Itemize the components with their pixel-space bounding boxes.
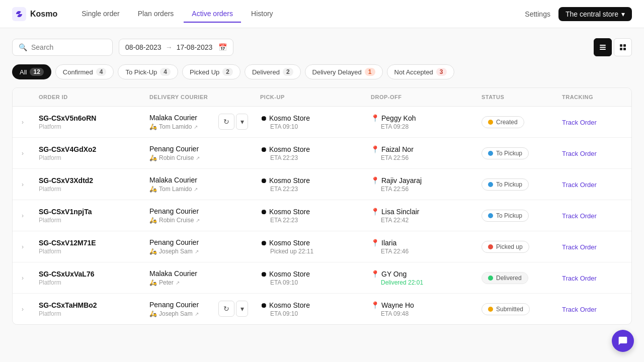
date-to: 17-08-2023 [177,43,213,51]
status-dot-2 [488,182,493,187]
date-range-picker[interactable]: 08-08-2023 → 17-08-2023 📅 [119,39,233,56]
cell-courier-4: Penang Courier 🛵 Joseph Sam ↗ [143,238,254,255]
cell-pickup-0: ⏺ Kosmo Store ETA 09:10 [254,114,365,130]
row-expand-6[interactable]: › [13,306,33,313]
track-order-6[interactable]: Track Order [562,306,597,313]
cell-pickup-4: ⏺ Kosmo Store Picked up 22:11 [254,239,365,255]
th-pickup: PICK-UP [254,94,365,100]
cell-order-id-0: SG-CSxV5n6oRN Platform [33,114,143,130]
courier-icon-2: 🛵 [149,186,157,193]
pickup-icon-1: ⏺ [260,145,267,153]
dropdown-btn-0[interactable]: ▾ [236,114,248,130]
ext-link-0[interactable]: ↗ [194,124,198,130]
cell-courier-1: Penang Courier 🛵 Robin Cruise ↗ [143,145,254,161]
svg-rect-7 [623,48,626,50]
track-order-0[interactable]: Track Order [562,119,597,126]
main-content: 🔍 08-08-2023 → 17-08-2023 📅 [0,28,644,335]
table-row: › SG-CSxV4GdXo2 Platform Penang Courier … [13,138,631,169]
row-expand-2[interactable]: › [13,181,33,188]
nav-active-orders[interactable]: Active orders [184,6,241,23]
cell-courier-6: Penang Courier 🛵 Joseph Sam ↗ ↻ ▾ [143,301,254,317]
track-order-4[interactable]: Track Order [562,243,597,251]
cell-tracking-1: Track Order [556,149,621,157]
row-expand-3[interactable]: › [13,212,33,219]
settings-link[interactable]: Settings [525,10,550,18]
cell-order-id-4: SG-CSxV12M71E Platform [33,239,143,255]
ext-link-4[interactable]: ↗ [195,249,199,254]
cell-dropoff-5: 📍 GY Ong Delivered 22:01 [365,270,475,286]
row-expand-4[interactable]: › [13,243,33,250]
search-box[interactable]: 🔍 [12,39,113,56]
pickup-icon-4: ⏺ [260,239,267,247]
ext-link-6[interactable]: ↗ [195,311,199,317]
grid-view-button[interactable] [614,38,632,56]
nav-plan-orders[interactable]: Plan orders [130,6,182,23]
navbar: Kosmo Single order Plan orders Active or… [0,0,644,28]
table-header: ORDER ID DELIVERY COURIER PICK-UP DROP-O… [13,88,631,107]
refresh-btn-0[interactable]: ↻ [218,114,234,130]
grid-icon [619,43,627,51]
dropdown-btn-6[interactable]: ▾ [236,301,248,317]
logo[interactable]: Kosmo [12,7,57,21]
table-row: › SG-CSxV3Xdtd2 Platform Malaka Courier … [13,169,631,200]
tab-delivery-delayed[interactable]: Delivery Delayed 1 [305,64,383,79]
ext-link-3[interactable]: ↗ [196,218,200,223]
cell-status-1: To Pickup [475,147,556,159]
nav-single-order[interactable]: Single order [73,6,128,23]
ext-link-2[interactable]: ↗ [194,187,198,192]
refresh-btn-6[interactable]: ↻ [218,301,234,317]
navbar-right: Settings The central store ▾ [525,7,632,21]
cell-dropoff-3: 📍 Lisa Sinclair ETA 22:42 [365,208,475,224]
tab-delivered-label: Delivered [252,68,280,76]
courier-icon-0: 🛵 [149,123,157,130]
cell-tracking-4: Track Order [556,243,621,251]
ext-link-1[interactable]: ↗ [196,155,200,161]
dropoff-icon-3: 📍 [371,208,379,216]
tab-to-pickup-count: 4 [160,68,171,76]
cell-pickup-3: ⏺ Kosmo Store ETA 22:23 [254,208,365,224]
tab-confirmed-label: Confirmed [63,68,93,76]
tab-all[interactable]: All 12 [12,64,51,79]
store-selector[interactable]: The central store ▾ [558,7,632,21]
cell-dropoff-2: 📍 Rajiv Jayaraj ETA 22:56 [365,176,475,193]
tab-not-accepted-label: Not Accepted [394,68,433,76]
track-order-1[interactable]: Track Order [562,150,597,157]
cell-dropoff-0: 📍 Peggy Koh ETA 09:28 [365,114,475,130]
track-order-5[interactable]: Track Order [562,275,597,282]
track-order-3[interactable]: Track Order [562,212,597,220]
cell-status-2: To Pickup [475,178,556,191]
cell-order-id-2: SG-CSxV3Xdtd2 Platform [33,176,143,193]
status-badge-2: To Pickup [481,178,529,191]
tab-all-label: All [20,68,27,76]
tab-delayed-count: 1 [365,68,375,76]
nav-history[interactable]: History [243,6,281,23]
courier-icon-4: 🛵 [149,248,157,255]
track-order-2[interactable]: Track Order [562,181,597,189]
search-input[interactable] [31,43,97,51]
tab-all-count: 12 [30,68,43,76]
row-expand-1[interactable]: › [13,150,33,157]
tab-not-accepted[interactable]: Not Accepted 3 [387,64,454,79]
chevron-down-icon: ▾ [621,10,625,18]
status-dot-6 [488,307,493,312]
th-tracking: TRACKING [556,94,621,100]
row-expand-5[interactable]: › [13,275,33,282]
cell-courier-2: Malaka Courier 🛵 Tom Lamido ↗ [143,176,254,193]
cell-tracking-0: Track Order [556,118,621,126]
row-expand-0[interactable]: › [13,119,33,126]
cell-tracking-3: Track Order [556,212,621,220]
tab-delivered[interactable]: Delivered 2 [245,64,301,79]
cell-dropoff-6: 📍 Wayne Ho ETA 09:48 [365,301,475,317]
pickup-icon-0: ⏺ [260,114,267,122]
list-view-button[interactable] [594,38,612,56]
svg-rect-2 [600,47,606,48]
pickup-icon-3: ⏺ [260,208,267,216]
ext-link-5[interactable]: ↗ [176,280,180,286]
status-badge-5: Delivered [481,272,528,284]
courier-icon-3: 🛵 [149,217,157,224]
cell-tracking-6: Track Order [556,305,621,313]
tab-confirmed[interactable]: Confirmed 4 [55,64,114,79]
cell-pickup-1: ⏺ Kosmo Store ETA 22:23 [254,145,365,161]
tab-picked-up[interactable]: Picked Up 2 [182,64,240,79]
tab-to-pickup[interactable]: To Pick-Up 4 [118,64,178,79]
